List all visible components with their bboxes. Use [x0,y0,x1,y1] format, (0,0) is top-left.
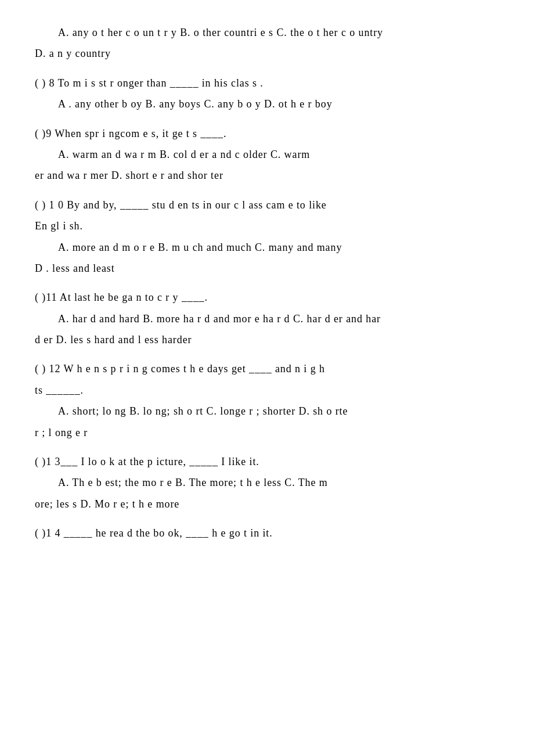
q10-stem-text: ( ) 1 0 By and by, _____ stu d en ts in … [35,199,327,211]
q10-opt-a: A. more an d m o r e B. m u ch and much … [58,238,499,257]
q13-opt-b-text: ore; les s D. Mo r e; t h e more [35,498,179,510]
q10-opt-b-text: D . less and least [35,262,115,274]
question-12: ( ) 12 W h e n s p r i n g comes t h e d… [35,359,499,442]
q11-opt-b-text: d er D. les s hard and l ess harder [35,334,192,345]
q11-opt-a-text: A. har d and hard B. more ha r d and mor… [58,313,381,325]
q9-stem: ( )9 When spr i ngcom e s, it ge t s ___… [35,124,499,143]
q11-stem-text: ( )11 At last he be ga n to c r y ____. [35,291,208,303]
q10-opt-b: D . less and least [35,259,499,278]
option-text: A. any o t her c o un t r y B. o ther co… [58,27,383,38]
question-13: ( )1 3___ I lo o k at the p icture, ____… [35,452,499,513]
question-14: ( )1 4 _____ he rea d the bo ok, ____ h … [35,524,499,542]
answer-options-prev: A. any o t her c o un t r y B. o ther co… [35,23,499,63]
q10-opt-a-text: A. more an d m o r e B. m u ch and much … [58,242,342,253]
q10-stem2-text: En gl i sh. [35,220,83,232]
option-line-d: D. a n y country [35,44,499,63]
q12-stem2-text: ts ______. [35,384,84,396]
q12-stem-text: ( ) 12 W h e n s p r i n g comes t h e d… [35,363,325,375]
q13-opt-a-text: A. Th e b est; the mo r e B. The more; t… [58,477,328,488]
q8-stem-text: ( ) 8 To m i s st r onger than _____ in … [35,77,264,89]
q9-opt-b-text: er and wa r mer D. short e r and shor te… [35,170,223,181]
q9-opt-a: A. warm an d wa r m B. col d er a nd c o… [58,145,499,164]
option-line-a: A. any o t her c o un t r y B. o ther co… [58,23,499,42]
q12-stem2: ts ______. [35,381,499,399]
q12-opt-b-text: r ; l ong e r [35,427,88,438]
q12-opt-a: A. short; lo ng B. lo ng; sh o rt C. lon… [58,402,499,420]
q8-options: A . any other b oy B. any boys C. any b … [58,95,499,113]
q11-stem: ( )11 At last he be ga n to c r y ____. [35,288,499,307]
question-11: ( )11 At last he be ga n to c r y ____. … [35,288,499,349]
q14-stem: ( )1 4 _____ he rea d the bo ok, ____ h … [35,524,499,542]
q13-opt-a: A. Th e b est; the mo r e B. The more; t… [58,473,499,492]
q11-opt-a: A. har d and hard B. more ha r d and mor… [58,309,499,328]
q14-stem-text: ( )1 4 _____ he rea d the bo ok, ____ h … [35,527,273,539]
q13-stem: ( )1 3___ I lo o k at the p icture, ____… [35,452,499,471]
question-8: ( ) 8 To m i s st r onger than _____ in … [35,74,499,114]
question-9: ( )9 When spr i ngcom e s, it ge t s ___… [35,124,499,185]
q9-opt-b: er and wa r mer D. short e r and shor te… [35,166,499,185]
q9-opt-a-text: A. warm an d wa r m B. col d er a nd c o… [58,149,310,160]
q12-stem: ( ) 12 W h e n s p r i n g comes t h e d… [35,359,499,378]
option-d-text: D. a n y country [35,48,111,59]
q13-opt-b: ore; les s D. Mo r e; t h e more [35,495,499,513]
q12-opt-a-text: A. short; lo ng B. lo ng; sh o rt C. lon… [58,405,348,417]
q12-opt-b: r ; l ong e r [35,423,499,442]
q8-options-text: A . any other b oy B. any boys C. any b … [58,98,333,110]
page-content: A. any o t her c o un t r y B. o ther co… [35,23,499,543]
q10-stem2: En gl i sh. [35,217,499,235]
q10-stem: ( ) 1 0 By and by, _____ stu d en ts in … [35,196,499,214]
q9-stem-text: ( )9 When spr i ngcom e s, it ge t s ___… [35,128,226,139]
q11-opt-b: d er D. les s hard and l ess harder [35,330,499,349]
q8-stem: ( ) 8 To m i s st r onger than _____ in … [35,74,499,92]
q13-stem-text: ( )1 3___ I lo o k at the p icture, ____… [35,456,259,467]
question-10: ( ) 1 0 By and by, _____ stu d en ts in … [35,196,499,278]
